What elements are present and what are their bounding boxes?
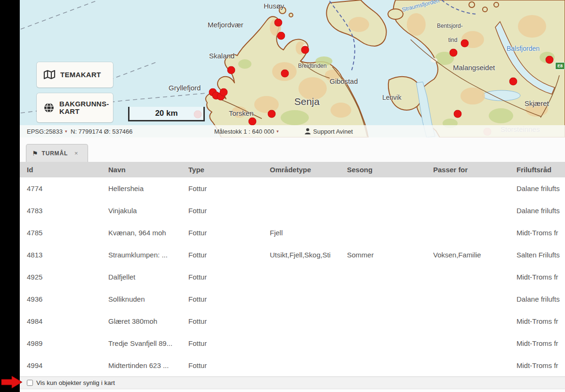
visible-in-map-checkbox[interactable] bbox=[27, 380, 33, 386]
cell-sesong[interactable] bbox=[347, 354, 433, 376]
cell-passer-for[interactable] bbox=[433, 200, 517, 222]
table-row[interactable]: 4774 Hellersheia Fottur Dalane frilufts bbox=[0, 177, 565, 200]
cell-navn[interactable]: Hellersheia bbox=[108, 177, 188, 200]
cell-type[interactable]: Fottur bbox=[188, 200, 270, 222]
cell-navn[interactable]: Dalfjellet bbox=[108, 266, 188, 288]
cell-friluftsrad[interactable]: Dalane frilufts bbox=[517, 288, 565, 310]
cell-navn[interactable]: Vinjakula bbox=[108, 200, 188, 222]
cell-navn[interactable]: Kvænan, 964 moh bbox=[108, 222, 188, 244]
cell-navn[interactable]: Glæret 380moh bbox=[108, 310, 188, 332]
cell-friluftsrad[interactable]: Dalane frilufts bbox=[517, 177, 565, 200]
map-marker[interactable] bbox=[546, 56, 554, 64]
cell-friluftsrad[interactable]: Midt-Troms fr bbox=[517, 310, 565, 332]
map-marker[interactable] bbox=[450, 49, 458, 57]
map-marker[interactable] bbox=[274, 19, 282, 27]
table-row[interactable]: 4994 Midtertinden 623 ... Fottur Midt-Tr… bbox=[0, 354, 565, 376]
cell-passer-for[interactable] bbox=[433, 288, 517, 310]
table-row[interactable]: 4813 Straumklumpen: ... Fottur Utsikt,Fj… bbox=[0, 244, 565, 266]
cell-sesong[interactable] bbox=[347, 200, 433, 222]
map-marker[interactable] bbox=[268, 110, 276, 118]
cell-passer-for[interactable] bbox=[433, 332, 517, 354]
bakgrunnskart-button[interactable]: BAKGRUNNS-KART bbox=[37, 93, 113, 122]
column-header-omradetype[interactable]: Områdetype bbox=[270, 162, 347, 177]
table-row[interactable]: 4783 Vinjakula Fottur Dalane frilufts bbox=[0, 200, 565, 222]
cell-omradetype[interactable] bbox=[270, 288, 347, 310]
tab-close-icon[interactable]: × bbox=[74, 150, 78, 157]
cell-sesong[interactable] bbox=[347, 288, 433, 310]
bottom-strip bbox=[0, 389, 565, 392]
cell-friluftsrad[interactable]: Salten Frilufts bbox=[517, 244, 565, 266]
map-marker[interactable] bbox=[220, 88, 228, 96]
cell-friluftsrad[interactable]: Midt-Troms fr bbox=[517, 332, 565, 354]
column-header-passer-for[interactable]: Passer for bbox=[433, 162, 517, 177]
cell-friluftsrad[interactable]: Midt-Troms fr bbox=[517, 354, 565, 376]
cell-type[interactable]: Fottur bbox=[188, 266, 270, 288]
cell-type[interactable]: Fottur bbox=[188, 310, 270, 332]
cell-passer-for[interactable] bbox=[433, 266, 517, 288]
map-marker[interactable] bbox=[249, 118, 257, 126]
chevron-down-icon: ▾ bbox=[276, 129, 279, 134]
cell-type[interactable]: Fottur bbox=[188, 177, 270, 200]
cell-passer-for[interactable] bbox=[433, 310, 517, 332]
cell-friluftsrad[interactable]: Midt-Troms fr bbox=[517, 266, 565, 288]
cell-omradetype[interactable] bbox=[270, 266, 347, 288]
cell-sesong[interactable]: Sommer bbox=[347, 244, 433, 266]
map-place-label: Breidtinden bbox=[298, 63, 327, 69]
epsg-selector[interactable]: EPSG:25833 ▾ bbox=[27, 125, 67, 137]
cell-sesong[interactable] bbox=[347, 177, 433, 200]
table-row[interactable]: 4785 Kvænan, 964 moh Fottur Fjell Midt-T… bbox=[0, 222, 565, 244]
cell-navn[interactable]: Solliknuden bbox=[108, 288, 188, 310]
map-marker[interactable] bbox=[227, 66, 235, 74]
cell-type[interactable]: Fottur bbox=[188, 244, 270, 266]
cell-navn[interactable]: Midtertinden 623 ... bbox=[108, 354, 188, 376]
temakart-button[interactable]: TEMAKART bbox=[37, 62, 113, 88]
cell-navn[interactable]: Tredje Svanfjell 89... bbox=[108, 332, 188, 354]
map-marker[interactable] bbox=[277, 32, 285, 40]
cell-sesong[interactable] bbox=[347, 310, 433, 332]
table-row[interactable]: 4925 Dalfjellet Fottur Midt-Troms fr bbox=[0, 266, 565, 288]
cell-type[interactable]: Fottur bbox=[188, 222, 270, 244]
cell-passer-for[interactable] bbox=[433, 177, 517, 200]
map-canvas[interactable]: HusøyMefjordværSkalandGryllefjordTorsken… bbox=[0, 0, 565, 137]
table-row[interactable]: 4989 Tredje Svanfjell 89... Fottur Midt-… bbox=[0, 332, 565, 354]
map-marker[interactable] bbox=[301, 46, 309, 54]
column-header-friluftsrad[interactable]: Friluftsråd bbox=[517, 162, 565, 177]
cell-passer-for[interactable] bbox=[433, 354, 517, 376]
cell-type[interactable]: Fottur bbox=[188, 354, 270, 376]
tab-turmal[interactable]: ⚑ TURMÅL × bbox=[26, 144, 88, 162]
cell-omradetype[interactable] bbox=[270, 310, 347, 332]
scale-selector[interactable]: Målestokk 1 : 640 000 ▾ bbox=[214, 125, 279, 137]
map-marker[interactable] bbox=[461, 40, 469, 48]
column-header-type[interactable]: Type bbox=[188, 162, 270, 177]
cell-type[interactable]: Fottur bbox=[188, 332, 270, 354]
cell-omradetype[interactable]: Fjell bbox=[270, 222, 347, 244]
map-marker[interactable] bbox=[281, 70, 289, 78]
cell-friluftsrad[interactable]: Midt-Troms fr bbox=[517, 222, 565, 244]
map-place-label: Bentsjord- bbox=[437, 23, 463, 29]
cell-sesong[interactable] bbox=[347, 266, 433, 288]
cell-friluftsrad[interactable]: Dalane frilufts bbox=[517, 200, 565, 222]
cell-passer-for[interactable]: Voksen,Familie bbox=[433, 244, 517, 266]
cell-omradetype[interactable] bbox=[270, 332, 347, 354]
visible-in-map-checkbox-label[interactable]: Vis kun objekter synlig i kart bbox=[36, 379, 115, 386]
column-header-sesong[interactable]: Sesong bbox=[347, 162, 433, 177]
cell-passer-for[interactable] bbox=[433, 222, 517, 244]
bakgrunnskart-label: BAKGRUNNS-KART bbox=[59, 100, 109, 115]
road-badge-e8: E8 bbox=[555, 62, 565, 70]
map-place-label: Husøy bbox=[264, 2, 284, 10]
map-marker[interactable] bbox=[454, 110, 462, 118]
cell-sesong[interactable] bbox=[347, 332, 433, 354]
map-marker[interactable] bbox=[509, 78, 517, 86]
cell-omradetype[interactable] bbox=[270, 354, 347, 376]
column-header-navn[interactable]: Navn bbox=[108, 162, 188, 177]
temakart-label: TEMAKART bbox=[60, 71, 101, 79]
cell-omradetype[interactable] bbox=[270, 177, 347, 200]
table-row[interactable]: 4984 Glæret 380moh Fottur Midt-Troms fr bbox=[0, 310, 565, 332]
user-menu[interactable]: Support Avinet bbox=[305, 125, 353, 137]
cell-omradetype[interactable] bbox=[270, 200, 347, 222]
cell-navn[interactable]: Straumklumpen: ... bbox=[108, 244, 188, 266]
table-row[interactable]: 4936 Solliknuden Fottur Dalane frilufts bbox=[0, 288, 565, 310]
cell-sesong[interactable] bbox=[347, 222, 433, 244]
cell-type[interactable]: Fottur bbox=[188, 288, 270, 310]
cell-omradetype[interactable]: Utsikt,Fjell,Skog,Sti bbox=[270, 244, 347, 266]
